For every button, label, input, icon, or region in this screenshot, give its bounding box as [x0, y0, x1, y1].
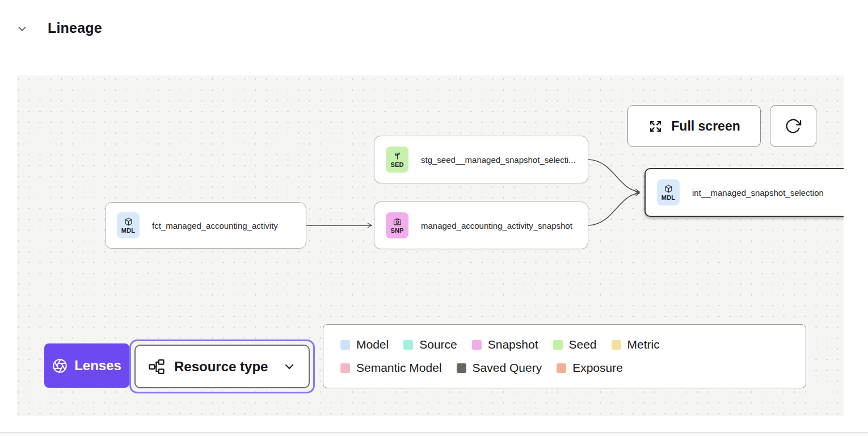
full-screen-label: Full screen [671, 119, 740, 134]
node-label: int__managed_snapshot_selection [692, 188, 824, 198]
resource-graph-icon [148, 358, 165, 375]
legend-row: Semantic Model Saved Query Exposure [340, 361, 806, 375]
node-label: managed_accounting_activity_snapshot [421, 221, 572, 230]
refresh-button[interactable] [770, 105, 816, 147]
snapshot-badge: SNP [386, 212, 408, 238]
exposure-swatch [557, 363, 566, 373]
legend-item-exposure: Exposure [557, 361, 623, 375]
sprout-icon [393, 151, 402, 161]
source-swatch [403, 340, 413, 350]
badge-label: MDL [661, 194, 675, 201]
node-managed-accounting-activity-snapshot[interactable]: SNP managed_accounting_activity_snapshot [374, 202, 588, 249]
snapshot-swatch [472, 340, 482, 350]
chevron-down-icon [283, 360, 296, 374]
page-title: Lineage [48, 20, 102, 36]
collapse-section-button[interactable] [15, 22, 30, 36]
node-stg-seed-managed-snapshot-selection[interactable]: SED stg_seed__managed_snapshot_selecti..… [374, 136, 588, 183]
full-screen-button[interactable]: Full screen [627, 105, 761, 147]
expand-arrows-icon [648, 119, 663, 134]
resource-type-focus-ring: Resource type [129, 339, 315, 393]
resource-type-legend: Model Source Snapshot Seed Metric Semant… [323, 324, 806, 388]
cube-icon [124, 217, 133, 227]
bottom-strip [0, 433, 868, 436]
camera-icon [393, 217, 402, 227]
metric-swatch [612, 340, 621, 350]
lineage-page: Lineage Full scre [0, 0, 868, 436]
seed-swatch [553, 340, 563, 350]
legend-item-snapshot: Snapshot [472, 338, 538, 351]
legend-item-semantic-model: Semantic Model [340, 361, 442, 375]
lineage-header: Lineage [0, 0, 868, 57]
badge-label: SED [390, 161, 403, 168]
badge-label: SNP [390, 227, 403, 234]
legend-item-seed: Seed [553, 338, 597, 351]
model-swatch [340, 340, 350, 350]
model-badge: MDL [117, 212, 140, 238]
chevron-down-icon [16, 23, 28, 35]
refresh-icon [785, 118, 802, 135]
badge-label: MDL [121, 227, 135, 234]
lineage-canvas[interactable]: Full screen MDL fct_managed_accounting_a… [17, 76, 844, 416]
cube-icon [664, 184, 673, 194]
resource-type-dropdown[interactable]: Resource type [134, 345, 310, 388]
resource-type-label: Resource type [174, 359, 273, 375]
lenses-button[interactable]: Lenses [44, 343, 129, 388]
node-label: stg_seed__managed_snapshot_selecti... [421, 155, 576, 165]
legend-item-model: Model [340, 338, 389, 351]
legend-item-source: Source [403, 338, 457, 351]
seed-badge: SED [386, 146, 408, 173]
semantic-model-swatch [340, 363, 350, 373]
lenses-label: Lenses [74, 358, 121, 374]
legend-item-saved-query: Saved Query [457, 361, 542, 375]
node-label: fct_managed_accounting_activity [152, 221, 278, 230]
legend-item-metric: Metric [612, 338, 660, 351]
node-int-managed-snapshot-selection[interactable]: MDL int__managed_snapshot_selection [644, 168, 844, 217]
saved-query-swatch [457, 363, 466, 373]
legend-row: Model Source Snapshot Seed Metric [340, 338, 806, 351]
aperture-icon [52, 358, 68, 374]
node-fct-managed-accounting-activity[interactable]: MDL fct_managed_accounting_activity [105, 202, 306, 249]
model-badge: MDL [657, 179, 680, 206]
